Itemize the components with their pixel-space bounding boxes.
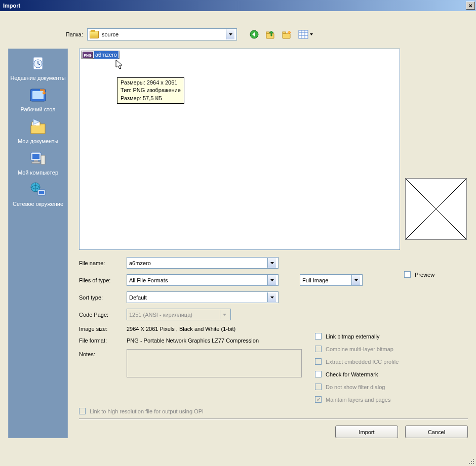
opt-extract-icc: Extract embedded ICC profile xyxy=(315,358,399,365)
back-button[interactable] xyxy=(248,28,260,40)
svg-rect-13 xyxy=(32,91,44,99)
chevron-down-icon[interactable] xyxy=(267,292,276,302)
opt-link-bitmap[interactable]: Link bitmap externally xyxy=(315,333,399,340)
desktop-icon xyxy=(29,87,47,105)
close-button[interactable]: ✕ xyxy=(466,2,475,10)
resize-grip-icon[interactable] xyxy=(468,458,475,465)
cancel-button[interactable]: Cancel xyxy=(405,426,468,438)
dialog-body: Папка: source Недавние до xyxy=(0,11,476,466)
sidebar-item-desktop[interactable]: Рабочий стол xyxy=(20,87,55,113)
svg-rect-18 xyxy=(41,155,45,164)
sidebar-item-documents[interactable]: Мои документы xyxy=(18,118,58,145)
svg-rect-29 xyxy=(473,463,474,464)
filename-input[interactable]: a6mzero xyxy=(127,257,279,269)
preview-label: Preview xyxy=(415,272,434,278)
recent-documents-icon xyxy=(29,55,47,73)
svg-rect-1 xyxy=(266,33,274,38)
imagesize-value: 2964 X 2061 Pixels , Black and White (1-… xyxy=(127,326,468,332)
svg-rect-27 xyxy=(469,463,470,464)
file-list[interactable]: PNG a6mzero Размеры: 2964 x 2061 Тип: PN… xyxy=(79,49,400,250)
file-item-name: a6mzero xyxy=(94,51,118,59)
svg-rect-21 xyxy=(39,191,44,194)
svg-rect-24 xyxy=(473,459,474,460)
sidebar-item-recent[interactable]: Недавние документы xyxy=(10,55,65,81)
sidebar-item-label: Недавние документы xyxy=(10,74,65,81)
titlebar: Import ✕ xyxy=(0,0,476,11)
opi-checkbox xyxy=(79,408,86,414)
sort-combo[interactable]: Default xyxy=(127,291,279,303)
file-item-selected[interactable]: PNG a6mzero xyxy=(81,51,120,59)
notes-label: Notes: xyxy=(79,349,127,357)
import-button[interactable]: Import xyxy=(335,426,398,438)
preview-checkbox[interactable] xyxy=(404,271,411,278)
svg-rect-28 xyxy=(471,463,472,464)
codepage-label: Code Page: xyxy=(79,312,127,318)
opt-filter-dialog: Do not show filter dialog xyxy=(315,384,399,390)
my-computer-icon xyxy=(29,150,47,168)
sidebar-item-computer[interactable]: Мой компьютер xyxy=(18,150,58,176)
chevron-down-icon[interactable] xyxy=(226,29,234,39)
sidebar-item-label: Рабочий стол xyxy=(20,106,55,113)
up-one-level-button[interactable] xyxy=(264,28,276,40)
png-badge-icon: PNG xyxy=(83,52,93,58)
imagesize-label: Image size: xyxy=(79,326,127,332)
filetype-label: Files of type: xyxy=(79,277,127,283)
lookin-value: source xyxy=(102,31,118,37)
options-block: Link bitmap externally Combine multi-lay… xyxy=(315,333,399,403)
opt-layers: ✔Maintain layers and pages xyxy=(315,396,399,403)
sort-label: Sort type: xyxy=(79,294,127,301)
fileformat-value: PNG - Portable Network Graphics LZ77 Com… xyxy=(127,337,468,344)
separator xyxy=(79,418,468,419)
preview-thumbnail xyxy=(405,178,467,240)
svg-rect-25 xyxy=(471,461,472,462)
opt-combine: Combine multi-layer bitmap xyxy=(315,346,399,352)
file-tooltip: Размеры: 2964 x 2061 Тип: PNG изображени… xyxy=(117,77,184,104)
sidebar-item-network[interactable]: Сетевое окружение xyxy=(13,181,63,207)
filename-label: File name: xyxy=(79,260,127,266)
window-title: Import xyxy=(3,3,20,9)
svg-rect-15 xyxy=(32,154,39,159)
svg-rect-3 xyxy=(283,33,290,38)
fileformat-label: File format: xyxy=(79,337,127,344)
opt-watermark[interactable]: Check for Watermark xyxy=(315,371,399,377)
folder-icon xyxy=(90,31,99,38)
chevron-down-icon xyxy=(220,310,228,319)
notes-textarea[interactable] xyxy=(127,349,302,377)
fullimage-combo[interactable]: Full Image xyxy=(300,274,363,286)
codepage-combo: 1251 (ANSI - кириллица) xyxy=(127,309,231,320)
svg-rect-4 xyxy=(283,32,286,33)
network-places-icon xyxy=(29,181,47,199)
sidebar-item-label: Сетевое окружение xyxy=(13,200,63,207)
svg-rect-17 xyxy=(32,162,40,163)
chevron-down-icon[interactable] xyxy=(267,258,276,268)
my-documents-icon xyxy=(29,118,47,137)
cursor-icon xyxy=(115,59,124,70)
chevron-down-icon[interactable] xyxy=(267,275,276,285)
lookin-label: Папка: xyxy=(62,31,83,37)
sidebar-item-label: Мой компьютер xyxy=(18,169,58,176)
svg-rect-5 xyxy=(299,30,308,38)
new-folder-button[interactable] xyxy=(281,28,293,40)
svg-rect-2 xyxy=(266,32,269,33)
svg-rect-26 xyxy=(473,461,474,462)
places-sidebar: Недавние документы Рабочий стол Мои доку… xyxy=(8,49,68,438)
filetype-combo[interactable]: All File Formats xyxy=(127,274,279,286)
sidebar-item-label: Мои документы xyxy=(18,138,58,145)
views-button[interactable] xyxy=(297,28,315,40)
lookin-combo[interactable]: source xyxy=(87,28,237,40)
opi-label: Link to high resolution file for output … xyxy=(90,408,204,414)
chevron-down-icon[interactable] xyxy=(351,275,360,285)
